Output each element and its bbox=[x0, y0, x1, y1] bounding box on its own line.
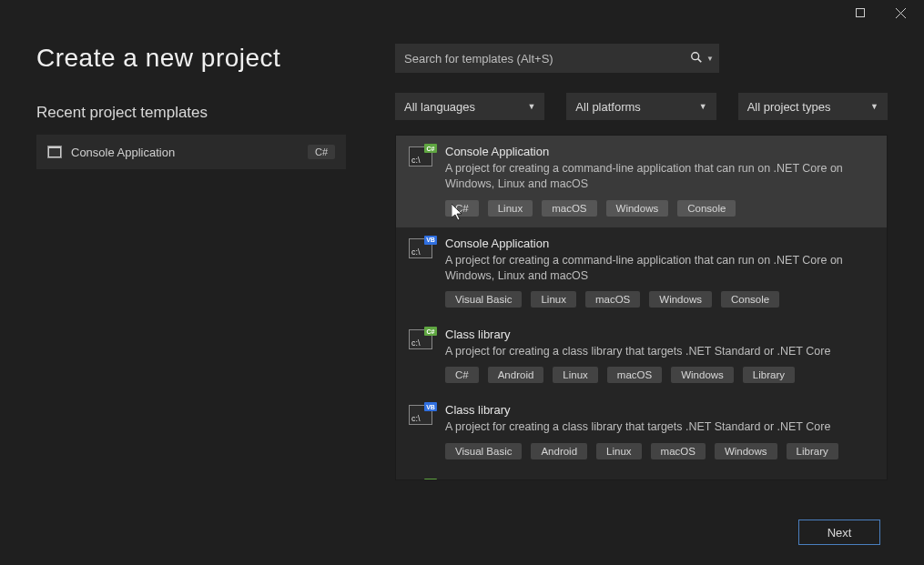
template-list[interactable]: c:\C#Console ApplicationA project for cr… bbox=[395, 135, 888, 480]
search-dropdown-icon[interactable]: ▼ bbox=[706, 55, 714, 63]
template-icon: c:\VB bbox=[409, 237, 434, 308]
project-type-filter-label: All project types bbox=[747, 100, 831, 114]
template-tag: Linux bbox=[531, 291, 576, 308]
template-description: A project for creating a class library t… bbox=[445, 419, 874, 435]
svg-rect-0 bbox=[857, 9, 865, 17]
template-tag: Android bbox=[488, 367, 544, 383]
template-tag: macOS bbox=[542, 200, 596, 217]
template-name: Class library bbox=[445, 328, 874, 341]
template-item[interactable]: c:\VBClass libraryA project for creating… bbox=[396, 394, 887, 469]
template-tag: macOS bbox=[607, 367, 662, 383]
template-description: A project for creating a class library t… bbox=[445, 344, 874, 359]
template-name: Class library bbox=[445, 403, 874, 417]
template-name: Console Application bbox=[445, 237, 874, 250]
chevron-down-icon: ▼ bbox=[527, 102, 535, 111]
template-tags: C#LinuxmacOSWindowsConsole bbox=[445, 200, 874, 217]
template-tag: Visual Basic bbox=[445, 291, 522, 308]
template-tag: Library bbox=[787, 443, 838, 459]
template-tag: Library bbox=[743, 367, 795, 383]
template-tag: Windows bbox=[671, 367, 734, 383]
template-tag: Console bbox=[677, 200, 736, 217]
svg-point-5 bbox=[692, 52, 699, 59]
chevron-down-icon: ▼ bbox=[870, 102, 878, 111]
recent-templates-heading: Recent project templates bbox=[36, 104, 346, 122]
recent-template-name: Console Application bbox=[71, 146, 175, 159]
template-tag: Linux bbox=[553, 367, 598, 383]
recent-template-lang: C# bbox=[308, 145, 335, 159]
titlebar bbox=[0, 0, 924, 25]
template-icon: c:\VB bbox=[409, 403, 434, 459]
template-tags: Visual BasicAndroidLinuxmacOSWindowsLibr… bbox=[445, 443, 874, 459]
template-description: A project for creating a command-line ap… bbox=[445, 253, 874, 285]
template-item[interactable]: c:\C#Class libraryA project for creating… bbox=[396, 318, 887, 394]
template-tag: Windows bbox=[715, 443, 777, 459]
template-name: Console Application bbox=[445, 145, 874, 158]
template-description: A project for creating a command-line ap… bbox=[445, 161, 874, 193]
platform-filter-dropdown[interactable]: All platforms ▼ bbox=[566, 93, 716, 120]
platform-filter-label: All platforms bbox=[575, 100, 641, 114]
template-icon: c:\C# bbox=[409, 328, 434, 383]
next-button[interactable]: Next bbox=[798, 520, 880, 545]
svg-line-6 bbox=[698, 58, 702, 62]
template-tag: Linux bbox=[488, 200, 533, 217]
template-name: MSTest Test Project (.NET Core) bbox=[445, 479, 874, 481]
svg-rect-4 bbox=[49, 148, 60, 156]
template-tag: Linux bbox=[596, 443, 642, 459]
template-item[interactable]: c:\C#MSTest Test Project (.NET Core)A pr… bbox=[396, 470, 887, 481]
template-tag: Windows bbox=[649, 291, 712, 308]
console-app-icon bbox=[47, 146, 62, 158]
template-tag: Visual Basic bbox=[445, 443, 522, 459]
template-tag: macOS bbox=[585, 291, 640, 308]
template-icon: c:\C# bbox=[409, 479, 434, 481]
template-tag: C# bbox=[445, 200, 479, 217]
maximize-button[interactable] bbox=[840, 0, 880, 25]
search-placeholder: Search for templates (Alt+S) bbox=[404, 52, 690, 66]
template-tag: Console bbox=[721, 291, 779, 308]
template-icon: c:\C# bbox=[409, 145, 434, 217]
template-tag: Windows bbox=[606, 200, 669, 217]
language-filter-label: All languages bbox=[404, 100, 475, 114]
template-tags: C#AndroidLinuxmacOSWindowsLibrary bbox=[445, 367, 874, 383]
chevron-down-icon: ▼ bbox=[699, 102, 707, 111]
search-icon[interactable] bbox=[690, 51, 703, 66]
template-item[interactable]: c:\VBConsole ApplicationA project for cr… bbox=[396, 227, 887, 319]
language-filter-dropdown[interactable]: All languages ▼ bbox=[395, 93, 544, 120]
template-tag: macOS bbox=[651, 443, 706, 459]
close-button[interactable] bbox=[880, 0, 920, 25]
template-tags: Visual BasicLinuxmacOSWindowsConsole bbox=[445, 291, 874, 308]
template-item[interactable]: c:\C#Console ApplicationA project for cr… bbox=[396, 136, 887, 227]
template-tag: C# bbox=[445, 367, 479, 383]
page-title: Create a new project bbox=[36, 44, 346, 73]
template-tag: Android bbox=[531, 443, 587, 459]
recent-template-item[interactable]: Console ApplicationC# bbox=[36, 135, 346, 169]
project-type-filter-dropdown[interactable]: All project types ▼ bbox=[738, 93, 888, 120]
search-input[interactable]: Search for templates (Alt+S) ▼ bbox=[395, 44, 719, 73]
